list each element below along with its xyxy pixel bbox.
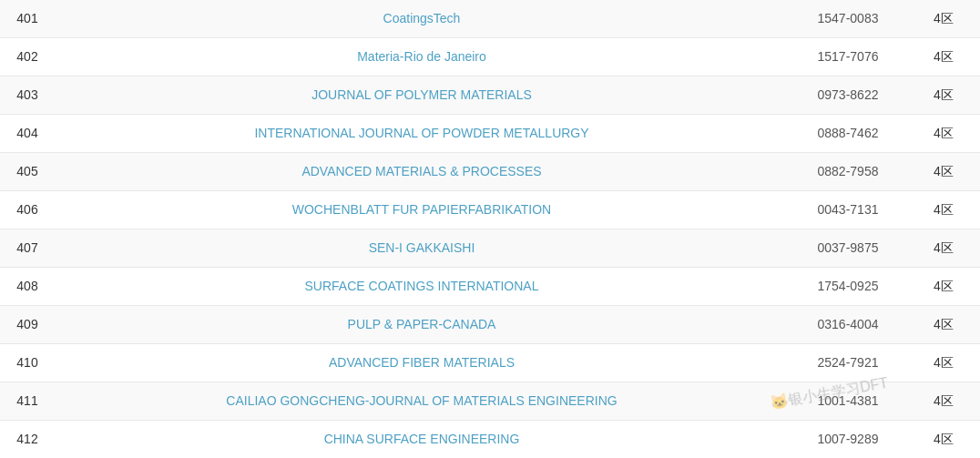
- table-row: 409PULP & PAPER-CANADA0316-40044区: [0, 306, 980, 344]
- table-row: 411CAILIAO GONGCHENG-JOURNAL OF MATERIAL…: [0, 382, 980, 421]
- table-row: 412CHINA SURFACE ENGINEERING1007-92894区: [0, 421, 980, 459]
- row-number: 404: [0, 115, 55, 153]
- journal-zone: 4区: [907, 421, 980, 459]
- row-number: 410: [0, 344, 55, 382]
- journal-title[interactable]: ADVANCED MATERIALS & PROCESSES: [55, 153, 789, 191]
- journal-issn: 0037-9875: [789, 229, 907, 268]
- journal-issn: 2524-7921: [789, 344, 907, 382]
- table-row: 407SEN-I GAKKAISHI0037-98754区: [0, 229, 980, 268]
- journal-issn: 0888-7462: [789, 115, 907, 153]
- journal-issn: 1517-7076: [789, 38, 907, 76]
- journal-issn: 1754-0925: [789, 268, 907, 306]
- journal-zone: 4区: [907, 344, 980, 382]
- journal-table: 401CoatingsTech1547-00834区402Materia-Rio…: [0, 0, 980, 458]
- row-number: 403: [0, 76, 55, 115]
- table-row: 402Materia-Rio de Janeiro1517-70764区: [0, 38, 980, 76]
- row-number: 405: [0, 153, 55, 191]
- journal-title[interactable]: CHINA SURFACE ENGINEERING: [55, 421, 789, 459]
- journal-zone: 4区: [907, 191, 980, 229]
- row-number: 412: [0, 421, 55, 459]
- journal-issn: 0316-4004: [789, 306, 907, 344]
- journal-title[interactable]: WOCHENBLATT FUR PAPIERFABRIKATION: [55, 191, 789, 229]
- journal-zone: 4区: [907, 115, 980, 153]
- journal-zone: 4区: [907, 76, 980, 115]
- journal-title[interactable]: PULP & PAPER-CANADA: [55, 306, 789, 344]
- journal-issn: 1547-0083: [789, 0, 907, 38]
- journal-title[interactable]: Materia-Rio de Janeiro: [55, 38, 789, 76]
- row-number: 401: [0, 0, 55, 38]
- journal-zone: 4区: [907, 38, 980, 76]
- journal-title[interactable]: SEN-I GAKKAISHI: [55, 229, 789, 268]
- table-row: 408SURFACE COATINGS INTERNATIONAL1754-09…: [0, 268, 980, 306]
- journal-zone: 4区: [907, 0, 980, 38]
- journal-zone: 4区: [907, 306, 980, 344]
- row-number: 411: [0, 382, 55, 421]
- table-row: 404INTERNATIONAL JOURNAL OF POWDER METAL…: [0, 115, 980, 153]
- row-number: 406: [0, 191, 55, 229]
- journal-title[interactable]: ADVANCED FIBER MATERIALS: [55, 344, 789, 382]
- row-number: 407: [0, 229, 55, 268]
- journal-issn: 0043-7131: [789, 191, 907, 229]
- journal-title[interactable]: INTERNATIONAL JOURNAL OF POWDER METALLUR…: [55, 115, 789, 153]
- table-row: 410ADVANCED FIBER MATERIALS2524-79214区: [0, 344, 980, 382]
- journal-issn: 1007-9289: [789, 421, 907, 459]
- journal-zone: 4区: [907, 229, 980, 268]
- row-number: 402: [0, 38, 55, 76]
- table-row: 401CoatingsTech1547-00834区: [0, 0, 980, 38]
- table-row: 405ADVANCED MATERIALS & PROCESSES0882-79…: [0, 153, 980, 191]
- journal-issn: 1001-4381: [789, 382, 907, 421]
- table-row: 406WOCHENBLATT FUR PAPIERFABRIKATION0043…: [0, 191, 980, 229]
- row-number: 408: [0, 268, 55, 306]
- table-row: 403JOURNAL OF POLYMER MATERIALS0973-8622…: [0, 76, 980, 115]
- row-number: 409: [0, 306, 55, 344]
- journal-title[interactable]: CAILIAO GONGCHENG-JOURNAL OF MATERIALS E…: [55, 382, 789, 421]
- journal-issn: 0973-8622: [789, 76, 907, 115]
- journal-zone: 4区: [907, 268, 980, 306]
- journal-title[interactable]: CoatingsTech: [55, 0, 789, 38]
- journal-title[interactable]: SURFACE COATINGS INTERNATIONAL: [55, 268, 789, 306]
- journal-title[interactable]: JOURNAL OF POLYMER MATERIALS: [55, 76, 789, 115]
- journal-zone: 4区: [907, 382, 980, 421]
- journal-issn: 0882-7958: [789, 153, 907, 191]
- journal-zone: 4区: [907, 153, 980, 191]
